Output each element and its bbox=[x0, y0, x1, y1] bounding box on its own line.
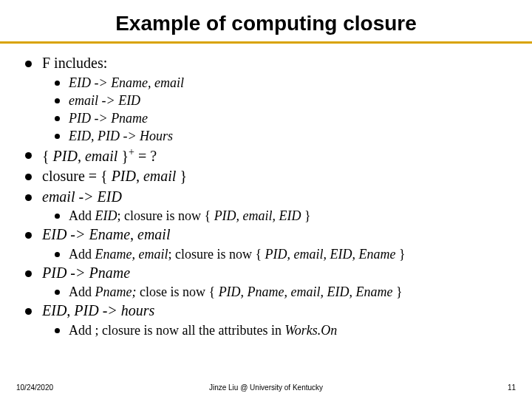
bullet-text: EID -> Ename, email bbox=[42, 225, 507, 245]
fd-item: EID -> Ename, email bbox=[55, 75, 507, 92]
bullet-icon bbox=[25, 308, 32, 315]
bullet-step-fd: email -> EID bbox=[25, 188, 507, 207]
fd-item: EID, PID -> Hours bbox=[55, 128, 507, 145]
bullet-icon bbox=[55, 81, 60, 86]
fd-text: email -> EID bbox=[69, 92, 507, 109]
bullet-f-includes: F includes: bbox=[25, 54, 507, 73]
fd-text: PID -> Pname bbox=[69, 110, 507, 127]
bullet-text: F includes: bbox=[42, 54, 507, 73]
bullet-text: PID -> Pname bbox=[42, 264, 507, 283]
bullet-icon bbox=[25, 194, 32, 201]
bullet-text: EID, PID -> hours bbox=[42, 301, 507, 321]
bullet-icon bbox=[55, 214, 60, 219]
fd-text: EID, PID -> Hours bbox=[69, 128, 507, 145]
bullet-icon bbox=[25, 232, 32, 239]
bullet-step-fd: EID -> Ename, email bbox=[25, 225, 507, 245]
bullet-icon bbox=[55, 116, 60, 121]
closure-text: Add Pname; close is now { PID, Pname, em… bbox=[69, 284, 507, 301]
bullet-question: { PID, email }+ = ? bbox=[25, 146, 507, 166]
closure-update: Add ; closure is now all the attributes … bbox=[55, 322, 507, 339]
bullet-step-fd: EID, PID -> hours bbox=[25, 301, 507, 321]
bullet-icon bbox=[55, 252, 60, 257]
bullet-icon bbox=[55, 134, 60, 139]
bullet-text: closure = { PID, email } bbox=[42, 167, 507, 186]
bullet-icon bbox=[55, 328, 60, 333]
bullet-step-fd: PID -> Pname bbox=[25, 264, 507, 283]
slide-title: Example of computing closure bbox=[0, 0, 532, 41]
closure-text: Add ; closure is now all the attributes … bbox=[69, 322, 507, 339]
bullet-icon bbox=[25, 174, 32, 180]
bullet-icon bbox=[25, 61, 32, 67]
bullet-icon bbox=[25, 270, 32, 277]
closure-update: Add EID; closure is now { PID, email, EI… bbox=[55, 208, 507, 225]
slide-body: F includes: EID -> Ename, email email ->… bbox=[0, 44, 532, 339]
bullet-closure-init: closure = { PID, email } bbox=[25, 167, 507, 186]
footer-author: Jinze Liu @ University of Kentucky bbox=[0, 383, 532, 392]
closure-text: Add EID; closure is now { PID, email, EI… bbox=[69, 208, 507, 225]
fd-item: email -> EID bbox=[55, 92, 507, 109]
bullet-icon bbox=[55, 98, 60, 103]
closure-update: Add Pname; close is now { PID, Pname, em… bbox=[55, 284, 507, 301]
bullet-icon bbox=[25, 152, 32, 159]
closure-text: Add Ename, email; closure is now { PID, … bbox=[69, 246, 507, 263]
bullet-text: { PID, email }+ = ? bbox=[42, 146, 507, 166]
closure-update: Add Ename, email; closure is now { PID, … bbox=[55, 246, 507, 263]
fd-text: EID -> Ename, email bbox=[69, 75, 507, 92]
bullet-text: email -> EID bbox=[42, 188, 507, 207]
bullet-icon bbox=[55, 290, 60, 295]
fd-item: PID -> Pname bbox=[55, 110, 507, 127]
slide-footer: 10/24/2020 Jinze Liu @ University of Ken… bbox=[0, 383, 532, 392]
